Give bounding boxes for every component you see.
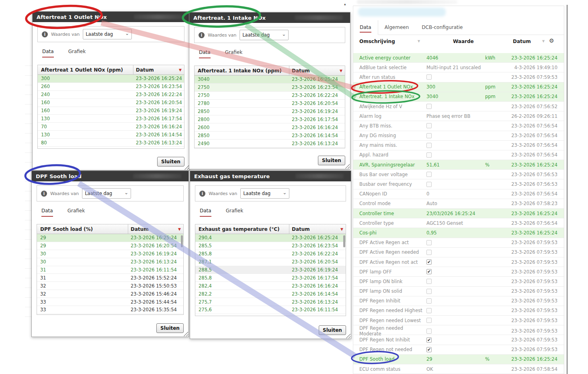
table-row[interactable]: 24023-3-2026 16:22:24 <box>38 91 184 99</box>
table-row[interactable]: DPF Regen needed Lowest23-3-2026 07:59:5… <box>353 316 564 325</box>
table-row[interactable]: 3323-3-2026 15:44:54 <box>37 298 183 306</box>
gear-icon[interactable]: ⚙ <box>549 37 554 44</box>
table-row[interactable]: 304023-3-2026 16:25:24 <box>195 76 345 84</box>
column-header-datum[interactable]: Datum ▼ <box>133 65 184 74</box>
table-row[interactable]: 275,723-3-2026 16:13:24 <box>195 298 346 306</box>
tab-grafiek[interactable]: Grafiek <box>68 49 86 58</box>
table-row[interactable]: Aftertreat 1 Outlet NOx300ppm23-3-2026 1… <box>353 82 564 92</box>
table-row[interactable]: 282,223-3-2026 16:14:54 <box>195 290 346 298</box>
table-row[interactable]: 3223-3-2026 15:46:24 <box>37 290 183 298</box>
table-row[interactable]: 3323-3-2026 15:35:54 <box>37 306 183 314</box>
tab-data[interactable]: Data <box>353 20 378 35</box>
table-row[interactable]: 2923-3-2026 16:25:24 <box>37 234 183 242</box>
tab-grafiek[interactable]: Grafiek <box>225 49 242 58</box>
table-row[interactable]: DPF Active Regen not act✔23-3-2026 07:59… <box>353 257 564 267</box>
table-row[interactable]: 26023-3-2026 16:23:54 <box>38 83 184 91</box>
table-row[interactable]: 3023-3-2026 16:13:24 <box>37 258 183 266</box>
table-row[interactable]: Control modeAuto23-3-2026 07:58:23 <box>353 199 564 209</box>
table-row[interactable]: 2923-3-2026 16:20:54 <box>37 242 183 250</box>
column-header-omschrijving[interactable]: Omschrijving <box>359 39 395 44</box>
table-row[interactable]: Appl. hazard23-3-2026 07:56:54 <box>353 150 564 160</box>
column-header-value[interactable]: Exhaust gas temperature (°C) <box>195 224 289 234</box>
table-row[interactable]: 3123-3-2026 16:11:54 <box>37 266 183 274</box>
sort-icon[interactable]: ▼ <box>418 39 420 43</box>
table-row[interactable]: DPF Regen needed Highest23-3-2026 07:59:… <box>353 306 564 316</box>
table-row[interactable]: 285023-3-2026 16:14:54 <box>195 132 345 140</box>
table-row[interactable]: 285023-3-2026 16:19:24 <box>195 108 345 116</box>
table-row[interactable]: 260023-3-2026 16:16:24 <box>195 123 345 132</box>
table-row[interactable]: DPF Regen needed Moderate23-3-2026 07:59… <box>353 325 564 335</box>
table-row[interactable]: 287,123-3-2026 16:20:54 <box>195 258 346 266</box>
tab-data[interactable]: Data <box>199 49 211 58</box>
table-row[interactable]: CANopen ID023-3-2026 07:56:54 <box>353 189 564 199</box>
table-row[interactable]: 275023-3-2026 16:23:54 <box>195 84 345 92</box>
table-row[interactable]: ECU comm statusOK23-3-2026 07:58:54 <box>353 364 564 374</box>
sort-desc-icon[interactable]: ▼ <box>340 227 343 231</box>
close-button[interactable]: Sluiten <box>318 156 345 165</box>
table-row[interactable]: DPF Regen Not Inhibit✔23-3-2026 07:59:53 <box>353 335 564 345</box>
table-row[interactable]: Any DG missing23-3-2026 07:56:54 <box>353 131 564 141</box>
scrollbar-thumb[interactable] <box>181 235 183 247</box>
table-row[interactable]: 7023-3-2026 16:16:24 <box>38 123 184 131</box>
table-row[interactable]: DPF lamp OFF✔23-3-2026 07:59:53 <box>353 267 564 277</box>
table-row[interactable]: 285,823-3-2026 16:17:54 <box>195 274 346 282</box>
column-header-value[interactable]: Aftertreat 1 Outlet NOx (ppm) <box>38 65 133 74</box>
table-row[interactable]: 285,823-3-2026 16:22:24 <box>195 250 346 258</box>
table-row[interactable]: 285,523-3-2026 16:23:54 <box>195 242 346 250</box>
close-button[interactable]: Sluiten <box>157 157 184 166</box>
dialog-titlebar[interactable]: Exhaust gas temperature <box>190 171 351 181</box>
table-row[interactable]: DPF lamp ON solid23-3-2026 07:59:53 <box>353 287 564 296</box>
table-row[interactable]: 280,223-3-2026 16:10:24 <box>195 314 346 316</box>
table-row[interactable]: DPF Active Regen needed23-3-2026 07:59:5… <box>353 248 564 257</box>
table-row[interactable]: DPF Sooth load29%23-3-2026 16:25:24 <box>353 355 564 364</box>
table-row[interactable]: Bus Bar over voltage23-3-2026 07:56:53 <box>353 170 564 179</box>
table-row[interactable]: 16023-3-2026 16:20:54 <box>38 99 184 107</box>
table-row[interactable]: Cos-phi0,9523-3-2026 16:25:24 <box>353 228 564 238</box>
period-select[interactable]: Laatste dag ⌄ <box>240 188 289 199</box>
table-row[interactable]: 290,423-3-2026 16:25:24 <box>195 234 346 242</box>
table-row[interactable]: Busbar over frequency23-3-2026 07:56:53 <box>353 179 564 189</box>
table-row[interactable]: Alarm logPhase seq error BB26-2-2026 09:… <box>353 111 564 121</box>
table-row[interactable]: DPF Regen not needed✔23-3-2026 07:59:53 <box>353 345 564 355</box>
sort-desc-icon[interactable]: ▼ <box>179 68 182 72</box>
tab-dcb-configuratie[interactable]: DCB-configuratie <box>415 20 469 35</box>
tab-data[interactable]: Data <box>200 208 211 217</box>
table-row[interactable]: 9023-3-2026 16:11:54 <box>38 147 184 148</box>
close-button[interactable]: Sluiten <box>319 325 346 335</box>
column-header-value[interactable]: Aftertreat. 1 Intake NOx (ppm) <box>195 66 289 75</box>
table-row[interactable]: DPF Active Regen act23-3-2026 07:59:53 <box>353 238 564 248</box>
table-row[interactable]: Any mains miss.23-3-2026 07:56:54 <box>353 141 564 150</box>
dialog-titlebar[interactable]: DPF Sooth load <box>32 171 188 181</box>
table-row[interactable]: Afwijkende Hz of V23-3-2026 07:56:52 <box>353 102 564 111</box>
period-select[interactable]: Laatste dag ⌄ <box>240 30 289 40</box>
sort-desc-icon[interactable]: ▼ <box>178 227 181 231</box>
tab-grafiek[interactable]: Grafiek <box>68 208 85 217</box>
table-row[interactable]: 282,423-3-2026 16:16:24 <box>195 282 346 290</box>
table-row[interactable]: 280023-3-2026 16:17:54 <box>195 115 345 123</box>
sort-desc-icon[interactable]: ▼ <box>340 69 342 73</box>
table-row[interactable]: AVR, Spanningsregelaar51,61%23-3-2026 16… <box>353 160 564 170</box>
scroll-up-icon[interactable]: ▴ <box>344 2 346 6</box>
column-header-waarde[interactable]: Waarde <box>453 39 474 44</box>
table-row[interactable]: Controller typeAGC150 Genset23-3-2026 07… <box>353 218 564 228</box>
table-row[interactable]: 13023-3-2026 16:17:54 <box>38 115 184 123</box>
dialog-titlebar[interactable]: Aftertreat. 1 Intake NOx <box>189 12 350 23</box>
table-row[interactable]: 16023-3-2026 16:19:24 <box>38 107 184 115</box>
column-header-datum[interactable]: Datum ▼ <box>128 224 183 234</box>
sort-icon[interactable]: ▼ <box>542 39 545 43</box>
table-row[interactable]: After run status23-3-2026 07:59:53 <box>353 72 564 82</box>
table-row[interactable]: DPF lamp ON blink23-3-2026 07:59:53 <box>353 277 564 286</box>
tab-grafiek[interactable]: Grafiek <box>226 208 243 217</box>
table-row[interactable]: DPF Regen Inhibit23-3-2026 07:59:53 <box>353 296 564 306</box>
period-select[interactable]: Laatste dag ⌄ <box>83 29 132 39</box>
table-row[interactable]: Any BTB miss.23-3-2026 07:56:54 <box>353 121 564 131</box>
table-row[interactable]: 3023-3-2026 16:19:24 <box>37 250 183 258</box>
table-row[interactable]: 249023-3-2026 16:13:24 <box>195 140 345 148</box>
column-header-value[interactable]: DPF Sooth load (%) <box>37 224 128 234</box>
table-row[interactable]: Aftertreat. 1 Intake NOx3040ppm23-3-2026… <box>353 92 564 102</box>
table-row[interactable]: 3223-3-2026 15:50:53 <box>37 282 183 290</box>
table-row[interactable]: 288,523-3-2026 16:19:24 <box>195 266 346 274</box>
table-row[interactable]: AdBlue tank selectieMulti-input 21 unsca… <box>353 63 564 72</box>
tab-algemeen[interactable]: Algemeen <box>378 20 416 35</box>
table-row[interactable]: 8023-3-2026 16:13:24 <box>38 139 184 147</box>
